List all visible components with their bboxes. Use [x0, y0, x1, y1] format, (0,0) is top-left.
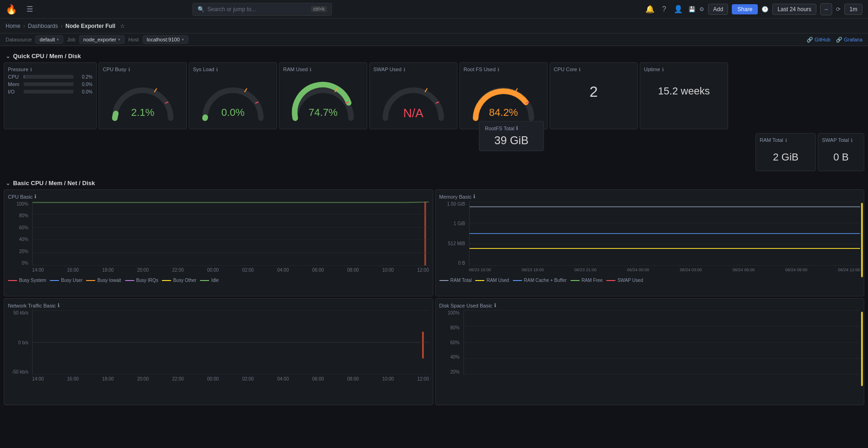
save-icon: 💾 [689, 6, 696, 13]
cpu-busy-title: CPU Busy ℹ [103, 67, 183, 72]
root-fs-info-icon[interactable]: ℹ [497, 67, 499, 72]
ram-used-title: RAM Used ℹ [283, 67, 363, 72]
disk-space-chart-area: 100% 80% 60% 40% 20% [439, 310, 861, 385]
job-label: Job [67, 37, 75, 42]
legend-busy-system[interactable]: Busy System [8, 278, 46, 283]
sys-load-panel: Sys Load ℹ 0.0% [189, 62, 277, 129]
grafana-link[interactable]: 🔗 Grafana [836, 37, 862, 43]
network-traffic-canvas [32, 310, 429, 374]
svg-rect-0 [424, 201, 426, 266]
home-breadcrumb[interactable]: Home [6, 23, 20, 29]
favorite-star-icon[interactable]: ☆ [120, 23, 125, 29]
external-links: 🔗 GitHub 🔗 Grafana [807, 37, 862, 43]
swap-total-info-icon[interactable]: ℹ [851, 138, 853, 143]
ram-used-info-icon[interactable]: ℹ [310, 67, 311, 72]
cpu-basic-canvas [32, 201, 429, 266]
legend-busy-irqs[interactable]: Busy IRQs [125, 278, 159, 283]
pressure-cpu-row: CPU 0.2% [8, 74, 93, 80]
legend-busy-user[interactable]: Busy User [50, 278, 82, 283]
rootfs-tooltip-title: RootFS Total ℹ [485, 125, 538, 131]
hamburger-menu-button[interactable]: ☰ [25, 3, 35, 15]
time-range-picker[interactable]: Last 24 hours [772, 4, 816, 15]
sys-load-title: Sys Load ℹ [193, 67, 273, 72]
busy-user-dot [50, 280, 59, 281]
legend-ram-total[interactable]: RAM Total [439, 278, 472, 283]
legend-busy-iowait[interactable]: Busy Iowait [86, 278, 121, 283]
busy-iowait-dot [86, 280, 95, 281]
host-picker[interactable]: localhost:9100 ▾ [143, 35, 188, 44]
breadcrumb-separator-1: › [23, 23, 25, 29]
legend-ram-used[interactable]: RAM Used [475, 278, 509, 283]
cpu-core-title: CPU Core ℹ [554, 67, 634, 72]
swap-used-info-icon[interactable]: ℹ [404, 67, 405, 72]
pressure-rows: CPU 0.2% Mem 0.0% I/O [8, 74, 93, 94]
legend-ram-cache[interactable]: RAM Cache + Buffer [513, 278, 567, 283]
dashboards-breadcrumb[interactable]: Dashboards [28, 23, 58, 29]
add-button[interactable]: Add [708, 4, 728, 15]
uptime-info-icon[interactable]: ℹ [662, 67, 664, 72]
breadcrumb-separator-2: › [61, 23, 63, 29]
swap-used-dot [606, 280, 616, 281]
cpu-basic-legend: Busy System Busy User Busy Iowait Busy I… [8, 278, 429, 283]
memory-basic-canvas [469, 201, 861, 266]
grafana-logo: 🔥 [6, 4, 17, 15]
legend-idle[interactable]: Idle [200, 278, 219, 283]
pressure-info-icon[interactable]: ℹ [30, 67, 32, 72]
memory-basic-info-icon[interactable]: ℹ [473, 194, 475, 200]
swap-used-gauge: N/A [373, 74, 453, 125]
zoom-out-button[interactable]: − [820, 3, 832, 15]
rootfs-tooltip-info-icon[interactable]: ℹ [516, 125, 518, 131]
pressure-mem-bar-bg [24, 82, 73, 86]
legend-swap-used[interactable]: SWAP Used [606, 278, 643, 283]
network-traffic-chart-area: 50 kb/s 0 b/s -50 kb/s [8, 310, 429, 385]
refresh-rate-picker[interactable]: 1m [844, 4, 862, 15]
job-picker[interactable]: node_exporter ▾ [79, 35, 125, 44]
quick-collapse-icon: ⌄ [6, 53, 10, 60]
legend-busy-other[interactable]: Busy Other [162, 278, 196, 283]
help-button[interactable]: ? [660, 3, 668, 15]
disk-space-info-icon[interactable]: ℹ [494, 302, 496, 308]
datasource-picker[interactable]: default ▾ [35, 35, 63, 44]
cpu-basic-info-icon[interactable]: ℹ [34, 194, 36, 200]
network-traffic-title: Network Traffic Basic ℹ [8, 302, 429, 308]
main-content: ⌄ Quick CPU / Mem / Disk Pressure ℹ CPU … [0, 46, 868, 409]
search-placeholder: Search or jump to... [207, 6, 256, 13]
pressure-io-bar-bg [24, 90, 73, 94]
cpu-basic-panel: CPU Basic ℹ 100% 80% 60% 40% 20% 0% [4, 189, 433, 296]
ram-used-value: 74.7% [309, 107, 338, 119]
cpu-busy-info-icon[interactable]: ℹ [128, 67, 130, 72]
ram-total-info-icon[interactable]: ℹ [785, 138, 787, 143]
mark-favorite-button[interactable]: 🔔 [643, 3, 656, 15]
github-link[interactable]: 🔗 GitHub [807, 37, 830, 43]
sys-load-info-icon[interactable]: ℹ [216, 67, 218, 72]
quick-section-header[interactable]: ⌄ Quick CPU / Mem / Disk [4, 50, 864, 62]
swap-total-panel: SWAP Total ℹ 0 B [818, 133, 864, 171]
root-fs-value: 84.2% [489, 107, 518, 119]
ram-used-panel: RAM Used ℹ 74.7% [279, 62, 367, 129]
basic-section-header[interactable]: ⌄ Basic CPU / Mem / Net / Disk [4, 177, 864, 189]
swap-used-value: N/A [403, 106, 423, 120]
memory-basic-panel: Memory Basic ℹ 1.50 GiB 1 GiB 512 MiB 0 … [435, 189, 865, 296]
refresh-icon[interactable]: ⟳ [836, 6, 841, 13]
cpu-basic-title: CPU Basic ℹ [8, 194, 429, 200]
memory-basic-x-axis: 06/23 15:00 06/23 18:00 06/23 21:00 06/2… [469, 266, 861, 276]
pressure-mem-row: Mem 0.0% [8, 81, 93, 87]
sys-load-value: 0.0% [221, 107, 245, 119]
share-button[interactable]: Share [732, 4, 758, 14]
search-bar[interactable]: 🔍 Search or jump to... ctrl+k [192, 3, 332, 16]
pressure-cpu-label: CPU [8, 74, 21, 80]
profile-button[interactable]: 👤 [672, 3, 685, 15]
filter-bar: Datasource default ▾ Job node_exporter ▾… [0, 33, 868, 46]
network-traffic-y-axis: 50 kb/s 0 b/s -50 kb/s [8, 310, 30, 374]
top-nav-right: 🔔 ? 👤 💾 ⚙ Add Share 🕐 Last 24 hours − ⟳ … [643, 3, 862, 15]
disk-space-x-axis [464, 374, 861, 385]
uptime-value: 15.2 weeks [644, 74, 724, 102]
quick-grid-row3: RAM Total ℹ 2 GiB SWAP Total ℹ 0 B [4, 133, 864, 171]
swap-total-title: SWAP Total ℹ [822, 137, 860, 143]
network-traffic-info-icon[interactable]: ℹ [58, 302, 60, 308]
disk-space-canvas [464, 310, 861, 374]
top-nav: 🔥 ☰ 🔍 Search or jump to... ctrl+k 🔔 ? 👤 … [0, 0, 868, 19]
disk-space-svg [464, 310, 861, 374]
cpu-core-info-icon[interactable]: ℹ [579, 67, 581, 72]
legend-ram-free[interactable]: RAM Free [570, 278, 603, 283]
